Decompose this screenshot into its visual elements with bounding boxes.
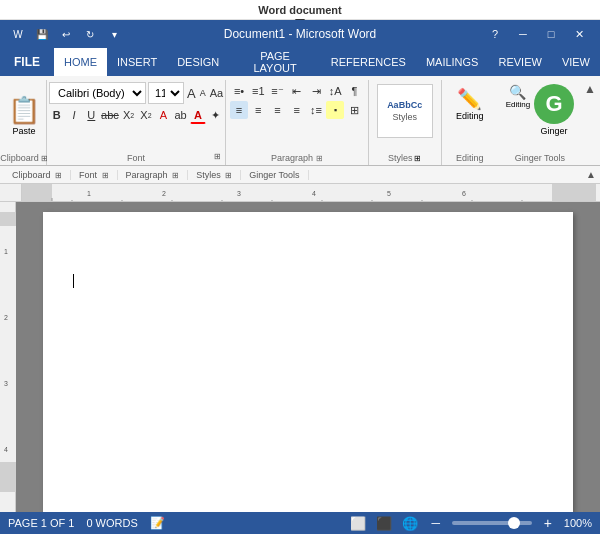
home-tab[interactable]: HOME	[54, 48, 107, 76]
multilevel-list-button[interactable]: ≡⁻	[268, 82, 286, 100]
document-container: 1 2 3 4	[0, 202, 600, 512]
decrease-indent-button[interactable]: ⇤	[288, 82, 306, 100]
editing-button[interactable]: ✏️ Editing	[448, 82, 492, 142]
svg-rect-20	[0, 212, 16, 492]
svg-text:4: 4	[4, 446, 8, 453]
svg-rect-0	[22, 184, 596, 201]
save-button[interactable]: 💾	[32, 24, 52, 44]
paragraph-group-label: Paragraph ⊞	[226, 153, 368, 163]
font-bar-expand[interactable]: ⊞	[102, 171, 109, 180]
font-color-btn[interactable]: A	[190, 106, 205, 124]
strikethrough-button[interactable]: abc	[101, 106, 119, 124]
styles-preview[interactable]: AaBbCc Styles	[377, 84, 433, 138]
clipboard-bar-expand[interactable]: ⊞	[55, 171, 62, 180]
word-count: 0 WORDS	[86, 517, 137, 529]
ginger-label-bar: Ginger Tools	[241, 170, 308, 180]
decrease-font-btn[interactable]: A	[199, 84, 207, 102]
insert-tab[interactable]: INSERT	[107, 48, 167, 76]
styles-expand-icon[interactable]: ⊞	[414, 154, 421, 163]
svg-rect-2	[552, 184, 596, 201]
help-button[interactable]: ?	[482, 24, 508, 44]
design-tab[interactable]: DESIGN	[167, 48, 229, 76]
full-screen-view-btn[interactable]: ⬛	[374, 513, 394, 533]
ribbon: 📋 Paste Clipboard ⊞ Calibri (Body) 11 A …	[0, 76, 600, 166]
ribbon-top-collapse-button[interactable]: ▲	[586, 169, 596, 180]
web-layout-view-btn[interactable]: 🌐	[400, 513, 420, 533]
file-tab[interactable]: FILE	[0, 48, 54, 76]
superscript-button[interactable]: X2	[138, 106, 153, 124]
paragraph-group: ≡• ≡1 ≡⁻ ⇤ ⇥ ↕A ¶ ≡ ≡ ≡ ≡ ↕≡ ▪ ⊞ Paragra…	[226, 80, 369, 165]
align-center-button[interactable]: ≡	[249, 101, 267, 119]
italic-button[interactable]: I	[66, 106, 81, 124]
page-layout-tab[interactable]: PAGE LAYOUT	[229, 48, 320, 76]
svg-rect-22	[0, 462, 16, 492]
customize-qa-button[interactable]: ▾	[104, 24, 124, 44]
styles-label: AaBbCc	[387, 100, 422, 110]
svg-text:4: 4	[312, 190, 316, 197]
text-effects-btn[interactable]: A	[156, 106, 171, 124]
redo-button[interactable]: ↻	[80, 24, 100, 44]
bold-button[interactable]: B	[49, 106, 64, 124]
ginger-editing-label: Editing	[506, 100, 530, 109]
document-scroll-area[interactable]	[16, 202, 600, 512]
sort-button[interactable]: ↕A	[326, 82, 344, 100]
zoom-out-button[interactable]: ─	[426, 516, 446, 530]
view-tab[interactable]: VIEW	[552, 48, 600, 76]
paragraph-bar-expand[interactable]: ⊞	[172, 171, 179, 180]
increase-indent-button[interactable]: ⇥	[307, 82, 325, 100]
font-name-selector[interactable]: Calibri (Body)	[49, 82, 146, 104]
font-name-row: Calibri (Body) 11 A A Aa	[49, 82, 223, 104]
styles-thumbnail: AaBbCc Styles	[375, 82, 435, 140]
editing-group: ✏️ Editing Editing	[442, 80, 498, 165]
ginger-editing-btn[interactable]: 🔍 Editing	[506, 84, 530, 109]
ginger-icon: G	[534, 84, 574, 124]
svg-text:3: 3	[237, 190, 241, 197]
close-button[interactable]: ✕	[566, 24, 592, 44]
ruler-svg: 1 2 3 4 5 6	[22, 184, 596, 201]
paragraph-expand-icon[interactable]: ⊞	[316, 154, 323, 163]
ribbon-collapse-button[interactable]: ▲	[584, 82, 596, 96]
subscript-button[interactable]: X2	[121, 106, 136, 124]
document-page[interactable]	[43, 212, 573, 512]
ginger-label: Ginger	[541, 126, 568, 136]
paste-button[interactable]: 📋 Paste	[8, 95, 40, 136]
align-row: ≡ ≡ ≡ ≡ ↕≡ ▪ ⊞	[230, 101, 364, 119]
proofing-button[interactable]: 📝	[150, 516, 165, 530]
align-right-button[interactable]: ≡	[268, 101, 286, 119]
align-left-button[interactable]: ≡	[230, 101, 248, 119]
change-case-btn[interactable]: Aa	[209, 84, 224, 102]
document-content[interactable]	[73, 272, 543, 290]
font-expand-icon[interactable]: ⊞	[214, 152, 221, 161]
increase-font-btn[interactable]: A	[186, 84, 197, 102]
svg-text:1: 1	[87, 190, 91, 197]
line-spacing-button[interactable]: ↕≡	[307, 101, 325, 119]
bullets-button[interactable]: ≡•	[230, 82, 248, 100]
text-cursor	[73, 274, 74, 288]
font-size-selector[interactable]: 11	[148, 82, 184, 104]
references-tab[interactable]: REFERENCES	[321, 48, 416, 76]
review-tab[interactable]: REVIEW	[488, 48, 551, 76]
text-highlight-btn[interactable]: ab	[173, 106, 188, 124]
numbering-button[interactable]: ≡1	[249, 82, 267, 100]
ginger-main-btn[interactable]: G Ginger	[534, 84, 574, 136]
zoom-in-button[interactable]: +	[538, 515, 558, 531]
word-icon[interactable]: W	[8, 24, 28, 44]
print-layout-view-btn[interactable]: ⬜	[348, 513, 368, 533]
justify-button[interactable]: ≡	[288, 101, 306, 119]
shading-button[interactable]: ▪	[326, 101, 344, 119]
ginger-group: 🔍 Editing G Ginger Ginger Tools	[498, 80, 582, 165]
underline-button[interactable]: U	[84, 106, 99, 124]
undo-button[interactable]: ↩	[56, 24, 76, 44]
editing-label: Editing	[456, 111, 484, 121]
zoom-slider[interactable]	[452, 521, 532, 525]
restore-button[interactable]: □	[538, 24, 564, 44]
minimize-button[interactable]: ─	[510, 24, 536, 44]
mailings-tab[interactable]: MAILINGS	[416, 48, 489, 76]
clear-formatting-btn[interactable]: ✦	[208, 106, 223, 124]
borders-button[interactable]: ⊞	[345, 101, 363, 119]
title-bar: W 💾 ↩ ↻ ▾ Document1 - Microsoft Word ? ─…	[0, 20, 600, 48]
paragraph-label-bar: Paragraph ⊞	[118, 170, 189, 180]
styles-bar-expand[interactable]: ⊞	[225, 171, 232, 180]
show-marks-button[interactable]: ¶	[345, 82, 363, 100]
font-controls: Calibri (Body) 11 A A Aa B I U abc X2 X2…	[49, 82, 223, 124]
